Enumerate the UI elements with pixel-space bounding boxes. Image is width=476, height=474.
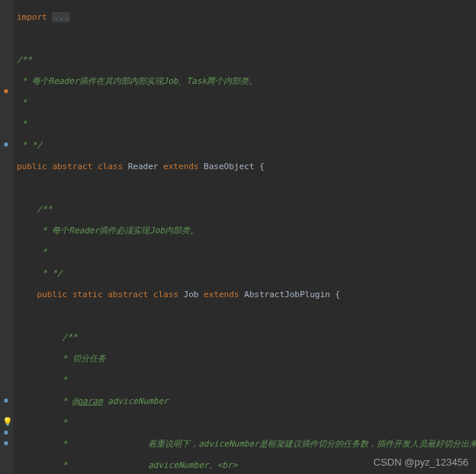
override-icon[interactable]: ● (2, 428, 10, 436)
code-editor[interactable]: ● ● ● 💡 ● ● import ... /** * 每个Reader插件在… (0, 0, 476, 474)
keyword: import (17, 12, 47, 22)
doc-tag: @param (72, 396, 103, 406)
comment: * (17, 98, 27, 107)
fold-marker[interactable]: ... (52, 12, 70, 22)
override-icon[interactable]: ● (2, 396, 10, 404)
code-area[interactable]: import ... /** * 每个Reader插件在其内部内部实现Job、T… (14, 0, 476, 474)
gutter: ● ● ● 💡 ● ● (0, 0, 14, 474)
comment: * */ (17, 140, 42, 150)
watermark: CSDN @pyz_123456 (374, 456, 468, 468)
comment: * (17, 119, 27, 129)
comment: * 每个Reader插件在其内部内部实现Job、Task两个内部类。 (17, 76, 257, 86)
override-icon[interactable]: ● (2, 87, 10, 94)
override-icon[interactable]: ● (2, 140, 10, 148)
comment: /** (17, 55, 32, 65)
bulb-icon[interactable]: 💡 (2, 418, 10, 426)
override-icon[interactable]: ● (2, 439, 10, 447)
